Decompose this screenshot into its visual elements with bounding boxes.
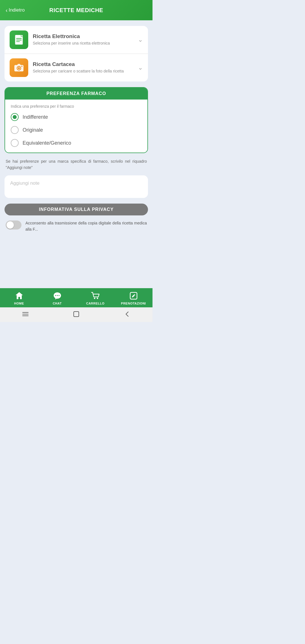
ricetta-elettronica-text: Ricetta Elettronica Seleziona per inseri… xyxy=(33,33,138,46)
edit-svg xyxy=(129,291,138,300)
svg-point-10 xyxy=(57,295,58,296)
ricetta-elettronica-subtitle: Seleziona per inserire una ricetta elett… xyxy=(33,41,138,46)
nav-home[interactable]: HOME xyxy=(0,291,38,305)
chat-svg xyxy=(53,291,62,300)
ricetta-elettronica-chevron-icon: ⌄ xyxy=(138,36,143,43)
back-button[interactable]: ‹ Indietro xyxy=(6,7,31,14)
cart-svg xyxy=(91,291,100,300)
radio-indifferente-circle xyxy=(11,113,19,121)
radio-equivalente-circle xyxy=(11,139,19,147)
privacy-text: Acconsento alla trasmissione della copia… xyxy=(25,220,147,233)
svg-point-8 xyxy=(21,66,23,67)
svg-point-11 xyxy=(58,295,60,296)
back-system-icon[interactable] xyxy=(123,310,131,318)
ricetta-cartacea-text: Ricetta Cartacea Seleziona per caricare … xyxy=(33,61,138,74)
radio-equivalente-label: Equivalente/Generico xyxy=(23,140,71,146)
privacy-section: INFORMATIVA SULLA PRIVACY Acconsento all… xyxy=(5,204,148,233)
notes-box[interactable]: Aggiungi note xyxy=(5,175,148,198)
ricetta-elettronica-item[interactable]: Ricetta Elettronica Seleziona per inseri… xyxy=(5,26,148,54)
privacy-row: Acconsento alla trasmissione della copia… xyxy=(5,220,148,233)
ricetta-cartacea-icon xyxy=(10,58,28,77)
farmaco-section: PREFERENZA FARMACO Indica una preferenza… xyxy=(5,87,148,153)
menu-icon[interactable] xyxy=(21,310,29,318)
ricetta-cartacea-item[interactable]: Ricetta Cartacea Seleziona per caricare … xyxy=(5,54,148,81)
svg-point-9 xyxy=(55,295,56,296)
camera-icon xyxy=(14,62,24,73)
edit-icon xyxy=(129,291,138,301)
bottom-nav: HOME CHAT CARRELLO xyxy=(0,288,152,307)
svg-point-13 xyxy=(97,298,98,299)
notes-placeholder: Aggiungi note xyxy=(10,180,40,186)
system-nav xyxy=(0,307,152,322)
ricetta-cartacea-title: Ricetta Cartacea xyxy=(33,61,138,67)
nav-prenotazioni[interactable]: PRENOTAZIONI xyxy=(114,291,152,305)
nav-chat[interactable]: CHAT xyxy=(38,291,76,305)
radio-originale[interactable]: Originale xyxy=(11,126,142,134)
radio-indifferente[interactable]: Indifferente xyxy=(11,113,142,121)
back-chevron-icon: ‹ xyxy=(6,7,8,14)
farmaco-hint: Indica una preferenza per il farmaco xyxy=(11,104,142,109)
radio-indifferente-label: Indifferente xyxy=(23,114,48,120)
home-svg xyxy=(15,291,24,300)
brand-hint-text: Se hai preferenze per una marca specific… xyxy=(5,158,148,171)
cart-icon xyxy=(91,291,100,301)
page-title: RICETTE MEDICHE xyxy=(31,7,121,14)
back-label: Indietro xyxy=(9,7,25,13)
ricetta-elettronica-icon xyxy=(10,30,28,49)
nav-chat-label: CHAT xyxy=(53,302,62,305)
document-icon xyxy=(14,34,24,45)
ricetta-cartacea-chevron-icon: ⌄ xyxy=(138,64,143,71)
ricetta-cartacea-subtitle: Seleziona per caricare o scattare la fot… xyxy=(33,69,138,74)
privacy-header: INFORMATIVA SULLA PRIVACY xyxy=(5,204,148,215)
nav-carrello[interactable]: CARRELLO xyxy=(76,291,114,305)
home-system-icon[interactable] xyxy=(72,310,80,318)
farmaco-inner: Indica una preferenza per il farmaco Ind… xyxy=(5,100,147,153)
nav-carrello-label: CARRELLO xyxy=(86,302,104,305)
svg-point-7 xyxy=(18,67,20,69)
nav-prenotazioni-label: PRENOTAZIONI xyxy=(121,302,146,305)
svg-point-12 xyxy=(94,298,95,299)
ricetta-elettronica-title: Ricetta Elettronica xyxy=(33,33,138,39)
radio-equivalente[interactable]: Equivalente/Generico xyxy=(11,139,142,147)
farmaco-section-header: PREFERENZA FARMACO xyxy=(5,88,147,100)
recipe-card: Ricetta Elettronica Seleziona per inseri… xyxy=(5,26,148,81)
header: ‹ Indietro RICETTE MEDICHE xyxy=(0,0,152,20)
radio-originale-circle xyxy=(11,126,19,134)
chat-icon xyxy=(53,291,62,301)
nav-home-label: HOME xyxy=(14,302,24,305)
radio-originale-label: Originale xyxy=(23,127,43,133)
main-content: Ricetta Elettronica Seleziona per inseri… xyxy=(0,20,152,288)
privacy-toggle[interactable] xyxy=(6,220,21,230)
home-icon xyxy=(14,291,24,301)
svg-rect-19 xyxy=(74,312,79,317)
